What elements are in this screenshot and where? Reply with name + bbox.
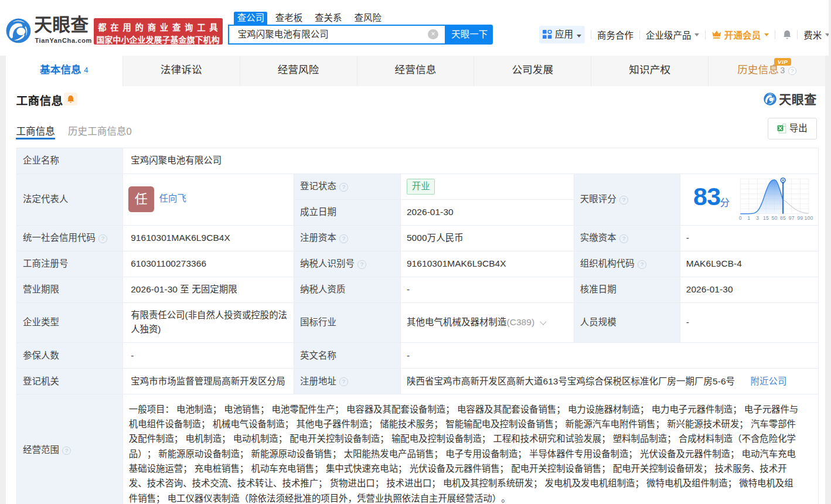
- svg-text:85: 85: [780, 216, 786, 222]
- svg-text:100: 100: [804, 216, 813, 222]
- svg-text:97: 97: [789, 216, 795, 222]
- svg-text:99: 99: [797, 216, 803, 222]
- svg-text:15: 15: [763, 216, 769, 222]
- svg-text:1: 1: [747, 216, 750, 222]
- svg-text:50: 50: [771, 216, 777, 222]
- svg-text:3: 3: [756, 216, 759, 222]
- svg-text:0: 0: [739, 216, 742, 222]
